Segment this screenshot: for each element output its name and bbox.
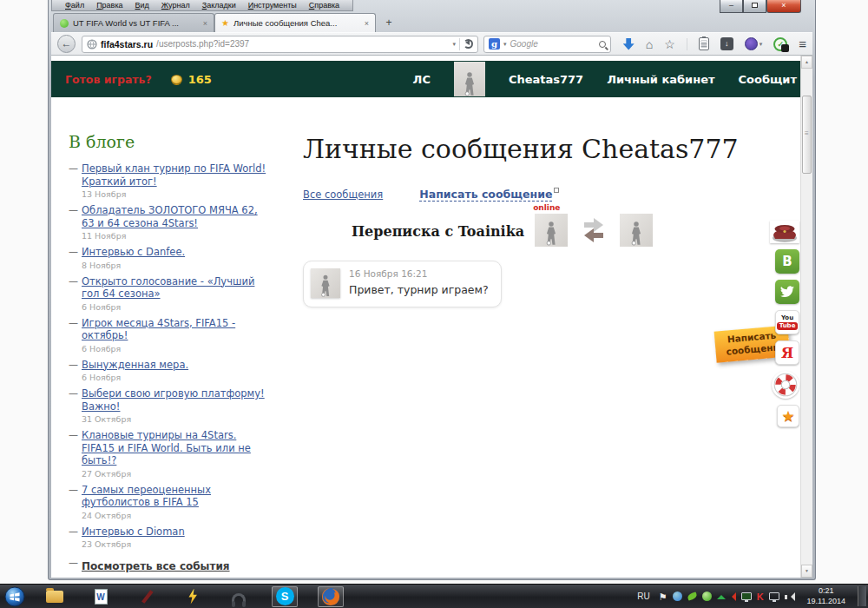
winamp-icon[interactable] — [180, 586, 206, 607]
explorer-icon[interactable] — [42, 586, 68, 607]
vk-icon[interactable]: В — [775, 249, 799, 274]
military-cap-icon[interactable] — [770, 221, 799, 243]
engine-dropdown-icon[interactable]: ▾ — [503, 41, 507, 48]
blog-post-link[interactable]: Открыто голосование - «Лучший гол 64 сез… — [82, 275, 270, 301]
tray-blue-icon[interactable] — [673, 591, 682, 601]
word-icon[interactable]: W — [88, 586, 114, 607]
ready-to-play-link[interactable]: Готов играть? — [65, 73, 152, 86]
menu-item-инструменты[interactable]: Инструменты — [242, 1, 303, 10]
downloads-icon[interactable] — [623, 38, 635, 50]
write-message-link[interactable]: Написать сообщение — [419, 188, 552, 202]
reload-icon[interactable] — [464, 39, 473, 49]
blog-item: —Вынужденная мера.6 Ноября — [69, 359, 270, 384]
volume-icon[interactable] — [785, 591, 795, 602]
nvidia-monitor-icon[interactable] — [741, 592, 752, 600]
menu-item-вид[interactable]: Вид — [129, 1, 155, 10]
menu-item-правка[interactable]: Правка — [90, 1, 128, 10]
scroll-up-icon[interactable]: ▲ — [801, 56, 812, 69]
menu-item-справка[interactable]: Справка — [303, 1, 345, 10]
username-link[interactable]: Cheatas777 — [509, 73, 583, 86]
action-center-flag-icon[interactable]: ⚑ — [659, 591, 667, 602]
navigation-bar: ← fifa4stars.ru /userposts.php?id=2397 ▾… — [51, 32, 812, 56]
coin-icon — [171, 75, 182, 84]
blog-title: В блоге — [69, 132, 270, 151]
minimize-button[interactable]: – — [720, 0, 743, 13]
utorrent-icon[interactable] — [702, 591, 712, 601]
extension-download-icon[interactable]: ↓ — [720, 37, 733, 50]
url-dropdown-icon[interactable]: ▾ — [453, 41, 457, 48]
menu-item-файл[interactable]: Файл — [59, 1, 90, 10]
blog-post-link[interactable]: Первый клан турнир по FIFA World! Кратки… — [82, 162, 270, 188]
message-text: Привет, турнир играем? — [349, 283, 489, 296]
blog-post-date: 8 Ноября — [82, 261, 270, 271]
private-messages-link[interactable]: ЛС — [413, 73, 431, 86]
page-scrollbar[interactable]: ▲ ▼ — [800, 56, 812, 578]
game-quill-icon[interactable] — [134, 586, 160, 607]
youtube-icon[interactable]: You Tube — [775, 310, 799, 334]
headphones-icon[interactable] — [226, 586, 252, 607]
tray-up-icon[interactable] — [717, 591, 726, 599]
blog-post-link[interactable]: Интервью с Danfee. — [82, 246, 270, 259]
google-engine-icon[interactable]: g — [489, 38, 500, 50]
search-input[interactable]: Google — [510, 39, 595, 49]
header-avatar[interactable] — [454, 62, 485, 96]
blog-post-link[interactable]: Вынужденная мера. — [82, 359, 270, 372]
firefox-icon[interactable] — [318, 586, 344, 607]
back-button[interactable]: ← — [57, 35, 76, 53]
tray-red-icon[interactable] — [727, 592, 736, 601]
blog-post-date: 23 Октября — [82, 539, 270, 550]
blog-item: —7 самых переоцененных футболистов в FIF… — [69, 484, 270, 521]
own-avatar[interactable]: online — [535, 214, 568, 247]
tab-close-icon[interactable]: × — [203, 19, 207, 28]
home-icon[interactable]: ⌂ — [646, 38, 653, 50]
lifebuoy-icon[interactable] — [772, 371, 799, 399]
view-all-events-link[interactable]: Посмотреть все события — [82, 560, 230, 572]
tray-leaf-icon[interactable] — [687, 591, 698, 600]
new-tab-button[interactable]: + — [378, 15, 400, 31]
skype-icon[interactable]: S — [272, 586, 298, 607]
show-desktop-button[interactable] — [858, 586, 866, 606]
notify-link[interactable]: Сообщит — [739, 73, 798, 86]
menu-icon[interactable]: ≡ — [799, 36, 806, 51]
restore-button[interactable] — [743, 0, 766, 13]
url-path: /userposts.php?id=2397 — [156, 39, 249, 49]
search-icon[interactable] — [599, 41, 606, 48]
adblock-extension-icon[interactable]: ▾ — [745, 37, 763, 50]
menu-item-журнал[interactable]: Журнал — [155, 1, 196, 10]
yandex-icon[interactable]: Я — [775, 340, 799, 365]
blog-post-link[interactable]: Игрок месяца 4Stars, FIFA15 - октябрь! — [82, 317, 270, 342]
tab-close-icon[interactable]: × — [365, 19, 369, 28]
cabinet-link[interactable]: Личный кабинет — [607, 73, 714, 86]
scroll-down-icon[interactable]: ▼ — [801, 565, 812, 578]
blog-sidebar: В блоге —Первый клан турнир по FIFA Worl… — [51, 97, 270, 578]
message-avatar[interactable] — [311, 268, 340, 298]
language-indicator[interactable]: RU — [637, 591, 649, 601]
tray-clock[interactable]: 0:21 19.11.2014 — [807, 586, 845, 606]
kaspersky-icon[interactable]: K — [757, 591, 764, 602]
security-shield-icon[interactable]: ✓ — [773, 37, 787, 51]
coin-count: 165 — [188, 73, 212, 86]
browser-window: – × ФайлПравкаВидЖурналЗакладкиИнструмен… — [48, 0, 816, 580]
menu-item-закладки[interactable]: Закладки — [196, 1, 242, 10]
blog-post-link[interactable]: Выбери свою игровую платформу! Важно! — [82, 387, 270, 413]
blog-post-link[interactable]: Обладатель ЗОЛОТОГО МЯЧА 62, 63 и 64 сез… — [82, 204, 270, 229]
tab-messages[interactable]: ★ Личные сообщения Chea... × — [214, 13, 376, 32]
twitter-icon[interactable] — [775, 280, 799, 304]
tab-bar: UT FIFA World vs UT FIFA ... × ★ Личные … — [51, 12, 812, 32]
blog-post-link[interactable]: Клановые турниры на 4Stars. FIFA15 и FIF… — [82, 429, 270, 467]
bookmarks-panel-icon[interactable] — [699, 37, 709, 50]
blog-post-link[interactable]: 7 самых переоцененных футболистов в FIFA… — [82, 484, 270, 509]
blog-item: —Выбери свою игровую платформу! Важно!31… — [69, 387, 270, 425]
all-messages-link[interactable]: Все сообщения — [303, 188, 383, 201]
blog-post-link[interactable]: Интервью с Dioman — [82, 525, 270, 539]
partner-avatar[interactable] — [620, 214, 653, 247]
close-button[interactable]: × — [766, 0, 801, 13]
bookmark-star-icon[interactable]: ☆ — [664, 38, 675, 50]
start-button[interactable] — [2, 586, 28, 607]
network-monitor-icon[interactable] — [769, 592, 779, 600]
url-bar[interactable]: fifa4stars.ru /userposts.php?id=2397 ▾ — [82, 36, 478, 53]
scrollbar-thumb[interactable] — [802, 96, 812, 174]
tab-ut-fifa[interactable]: UT FIFA World vs UT FIFA ... × — [53, 13, 214, 32]
search-box[interactable]: g ▾ Google — [483, 36, 611, 53]
star-bookmark-icon[interactable]: ★ — [777, 405, 799, 427]
